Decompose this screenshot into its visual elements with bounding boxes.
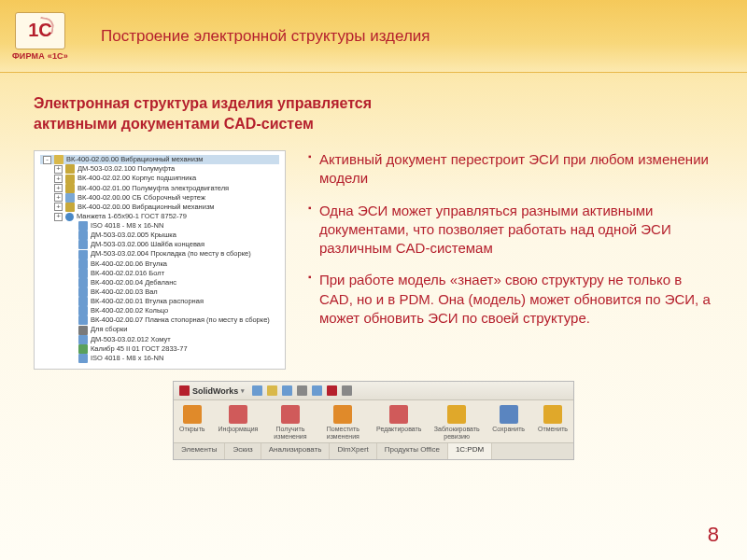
sw-tab[interactable]: Продукты Office bbox=[377, 443, 448, 459]
bullet-item: Активный документ перестроит ЭСИ при люб… bbox=[308, 150, 713, 189]
tree-row[interactable]: ВК-400-02.00.04 Дебаланс bbox=[40, 278, 279, 287]
tree-node-label: Для сборки bbox=[91, 325, 127, 334]
tree-row[interactable]: ВК-400-02.00.03 Вал bbox=[40, 287, 279, 297]
sw-ribbon: Открыть Информация Получить изменения По… bbox=[174, 400, 573, 443]
sw-options-icon[interactable] bbox=[342, 385, 352, 396]
tree-node-label: ДМ-503-03.02.012 Хомут bbox=[91, 335, 171, 344]
tree-node-label: ISO 4018 - M8 x 16-NN bbox=[91, 221, 163, 231]
tree-node-icon bbox=[78, 231, 88, 240]
tree-row[interactable]: ISO 4018 - M8 x 16-NN bbox=[40, 354, 279, 363]
sw-ribbon-label: Поместить изменения bbox=[322, 426, 363, 440]
tree-row[interactable]: - ВК-400-02.00.00 Вибрационный механизм bbox=[40, 155, 279, 164]
tree-expand-icon[interactable]: + bbox=[54, 213, 63, 221]
sw-tab[interactable]: DimXpert bbox=[330, 443, 376, 459]
tree-node-icon bbox=[78, 221, 88, 231]
solidworks-toolbar: SolidWorks ▾ Открыть Информация Получить… bbox=[173, 381, 574, 460]
tree-row[interactable]: + ВК-400-02.00.00 Вибрационный механизм bbox=[40, 203, 279, 212]
tree-row[interactable]: ISO 4018 - M8 x 16-NN bbox=[40, 221, 279, 231]
tree-node-icon bbox=[78, 354, 88, 363]
tree-node-icon bbox=[54, 155, 63, 164]
tree-node-icon bbox=[65, 193, 75, 203]
sw-tabs: ЭлементыЭскизАнализироватьDimXpertПродук… bbox=[174, 443, 573, 459]
tree-node-icon bbox=[78, 326, 88, 335]
sw-undo-icon[interactable] bbox=[312, 385, 322, 396]
sw-tab[interactable]: Анализировать bbox=[261, 443, 331, 459]
tree-row[interactable]: ВК-400-02.00.06 Втулка bbox=[40, 259, 279, 269]
tree-row[interactable]: ДМ-503-03.02.004 Прокладка (по месту в с… bbox=[40, 249, 279, 259]
sw-new-icon[interactable] bbox=[252, 385, 262, 396]
tree-node-icon bbox=[78, 240, 88, 249]
sw-ribbon-button[interactable]: Поместить изменения bbox=[322, 405, 363, 440]
sw-ribbon-button[interactable]: Открыть bbox=[179, 405, 205, 440]
tree-node-label: ВК-400-02.00.03 Вал bbox=[91, 287, 158, 297]
sw-print-icon[interactable] bbox=[297, 385, 307, 396]
sw-ribbon-icon bbox=[447, 405, 466, 424]
sw-ribbon-icon bbox=[333, 405, 352, 424]
logo-1c: 1C ФИРМА «1С» bbox=[7, 8, 73, 64]
page-number: 8 bbox=[708, 523, 719, 547]
tree-node-icon bbox=[65, 175, 75, 184]
tree-row[interactable]: Калибр 45 II 01 ГОСТ 2833-77 bbox=[40, 344, 279, 354]
tree-row[interactable]: Для сборки bbox=[40, 325, 279, 334]
tree-node-label: ВК-400-02.00.00 Вибрационный механизм bbox=[78, 203, 215, 212]
tree-row[interactable]: + ВК-400-02.00.00 СБ Сборочный чертеж bbox=[40, 193, 279, 203]
sw-ribbon-button[interactable]: Получить изменения bbox=[271, 405, 309, 440]
tree-row[interactable]: ВК-400-02.02.016 Болт bbox=[40, 269, 279, 278]
slide-header: 1C ФИРМА «1С» Построение электронной стр… bbox=[0, 0, 747, 73]
sw-tab[interactable]: Элементы bbox=[174, 443, 225, 459]
tree-node-icon bbox=[78, 250, 88, 259]
tree-node-label: ВК-400-02.00.04 Дебаланс bbox=[91, 278, 176, 287]
tree-row[interactable]: ДМ-503-03.02.005 Крышка bbox=[40, 231, 279, 240]
tree-node-label: ВК-400-02.00.00 Вибрационный механизм bbox=[66, 155, 204, 164]
tree-node-label: ДМ-503-03.02.004 Прокладка (по месту в с… bbox=[91, 249, 251, 259]
sw-ribbon-label: Открыть bbox=[179, 426, 205, 432]
tree-row[interactable]: ВК-400-02.00.01 Втулка распорная bbox=[40, 297, 279, 306]
tree-node-icon bbox=[65, 203, 75, 212]
sw-ribbon-icon bbox=[543, 405, 562, 424]
tree-row[interactable]: + Манжета 1-65х90-1 ГОСТ 8752-79 bbox=[40, 212, 279, 221]
sw-ribbon-icon bbox=[389, 405, 408, 424]
tree-expand-icon[interactable]: + bbox=[54, 193, 63, 202]
sw-logo: SolidWorks ▾ bbox=[179, 385, 245, 396]
sw-open-icon[interactable] bbox=[267, 385, 277, 396]
sw-tab[interactable]: Эскиз bbox=[225, 443, 261, 459]
sw-dropdown-icon: ▾ bbox=[241, 387, 245, 395]
tree-node-icon bbox=[78, 335, 88, 344]
tree-node-icon bbox=[65, 164, 75, 174]
tree-row[interactable]: + ВК-400-02.01.00 Полумуфта электродвига… bbox=[40, 184, 279, 193]
tree-row[interactable]: ДМ-503-03.02.012 Хомут bbox=[40, 335, 279, 344]
sw-ribbon-label: Заблокировать ревизию bbox=[434, 426, 480, 440]
slide-title: Построение электронной структуры изделия bbox=[101, 27, 430, 46]
tree-row[interactable]: ВК-400-02.00.07 Планка стопорная (по мес… bbox=[40, 315, 279, 325]
tree-expand-icon[interactable]: - bbox=[43, 156, 51, 164]
bullet-list: Активный документ перестроит ЭСИ при люб… bbox=[308, 150, 713, 370]
sw-tab[interactable]: 1C:PDM bbox=[448, 443, 492, 459]
sw-ribbon-button[interactable]: Информация bbox=[218, 405, 259, 440]
tree-node-label: ВК-400-02.02.016 Болт bbox=[91, 269, 164, 278]
sw-rebuild-icon[interactable] bbox=[327, 385, 337, 396]
tree-expand-icon[interactable]: + bbox=[54, 165, 63, 174]
sw-ribbon-icon bbox=[183, 405, 202, 424]
sw-ribbon-button[interactable]: Отменить bbox=[538, 405, 568, 440]
tree-row[interactable]: + ДМ-503-03.02.100 Полумуфта bbox=[40, 164, 279, 174]
sw-save-icon[interactable] bbox=[282, 385, 292, 396]
tree-expand-icon[interactable]: + bbox=[54, 175, 63, 183]
tree-node-icon bbox=[78, 259, 88, 269]
tree-node-icon bbox=[78, 278, 88, 287]
tree-node-icon bbox=[78, 306, 88, 315]
tree-expand-icon[interactable]: + bbox=[54, 203, 63, 211]
sw-title-text: SolidWorks bbox=[192, 386, 238, 396]
tree-expand-icon[interactable]: + bbox=[54, 184, 63, 192]
sw-ribbon-icon bbox=[500, 405, 518, 424]
tree-node-label: ДМ-503-03.02.100 Полумуфта bbox=[78, 164, 175, 174]
tree-node-label: ВК-400-02.01.00 Полумуфта электродвигате… bbox=[78, 184, 229, 193]
sw-ribbon-button[interactable]: Заблокировать ревизию bbox=[434, 405, 479, 440]
tree-node-label: ВК-400-02.00.01 Втулка распорная bbox=[91, 297, 204, 306]
tree-row[interactable]: ВК-400-02.00.02 Кольцо bbox=[40, 306, 279, 315]
content-area: Электронная структура изделия управляетс… bbox=[0, 73, 747, 460]
tree-row[interactable]: + ВК-400-02.02.00 Корпус подшипника bbox=[40, 174, 279, 183]
sw-ribbon-label: Отменить bbox=[538, 426, 568, 432]
sw-ribbon-button[interactable]: Редактировать bbox=[376, 405, 421, 440]
tree-row[interactable]: ДМ-503-03.02.006 Шайба концевая bbox=[40, 240, 279, 249]
sw-ribbon-button[interactable]: Сохранить bbox=[492, 405, 525, 440]
